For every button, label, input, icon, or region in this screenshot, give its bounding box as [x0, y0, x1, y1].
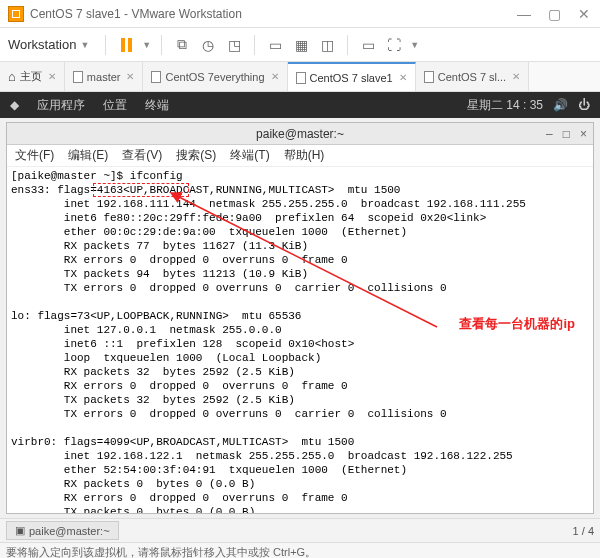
window-title: CentOS 7 slave1 - VMware Workstation [30, 7, 516, 21]
doc-icon [151, 71, 161, 83]
vmware-titlebar: CentOS 7 slave1 - VMware Workstation — ▢… [0, 0, 600, 28]
menu-search[interactable]: 搜索(S) [176, 147, 216, 164]
volume-icon[interactable]: 🔊 [553, 98, 568, 112]
menu-file[interactable]: 文件(F) [15, 147, 54, 164]
tab-centos-slave1[interactable]: CentOS 7 slave1 ✕ [288, 62, 416, 91]
chevron-down-icon[interactable]: ▼ [410, 40, 419, 50]
workstation-menu-label: Workstation [8, 37, 76, 52]
terminal-line: loop txqueuelen 1000 (Local Loopback) [11, 351, 589, 365]
terminal-line [11, 295, 589, 309]
window-controls: — ▢ ✕ [516, 6, 592, 22]
close-button[interactable]: × [580, 127, 587, 141]
places-menu[interactable]: 位置 [103, 97, 127, 114]
separator [254, 35, 255, 55]
terminal-line: RX packets 77 bytes 11627 (11.3 KiB) [11, 239, 589, 253]
separator [161, 35, 162, 55]
clock-label: 星期二 14 : 35 [467, 97, 543, 114]
terminal-body[interactable]: [paike@master ~]$ ifconfigens33: flags=4… [7, 167, 593, 513]
terminal-line: virbr0: flags=4099<UP,BROADCAST,MULTICAS… [11, 435, 589, 449]
guest-topbar: ◆ 应用程序 位置 终端 星期二 14 : 35 🔊 ⏻ [0, 92, 600, 118]
vm-tabbar: ⌂ 主页 ✕ master ✕ CentOS 7everything ✕ Cen… [0, 62, 600, 92]
workstation-menu[interactable]: Workstation ▼ [8, 37, 95, 52]
terminal-menubar: 文件(F) 编辑(E) 查看(V) 搜索(S) 终端(T) 帮助(H) [7, 145, 593, 167]
doc-icon [73, 71, 83, 83]
close-button[interactable]: ✕ [576, 6, 592, 22]
terminal-line: RX packets 32 bytes 2592 (2.5 KiB) [11, 365, 589, 379]
close-icon[interactable]: ✕ [48, 71, 56, 82]
close-icon[interactable]: ✕ [512, 71, 520, 82]
activities-icon[interactable]: ◆ [10, 98, 19, 112]
tab-master[interactable]: master ✕ [65, 62, 144, 91]
terminal-line: inet 192.168.122.1 netmask 255.255.255.0… [11, 449, 589, 463]
maximize-button[interactable]: ▢ [546, 6, 562, 22]
terminal-title: paike@master:~ [256, 127, 344, 141]
screenshot-button[interactable]: ◳ [224, 35, 244, 55]
vmware-icon [8, 6, 24, 22]
terminal-line: ether 52:54:00:3f:04:91 txqueuelen 1000 … [11, 463, 589, 477]
tab-label: master [87, 71, 121, 83]
terminal-line: RX errors 0 dropped 0 overruns 0 frame 0 [11, 379, 589, 393]
terminal-line: inet6 ::1 prefixlen 128 scopeid 0x10<hos… [11, 337, 589, 351]
chevron-down-icon: ▼ [80, 40, 89, 50]
tab-label: CentOS 7everything [165, 71, 264, 83]
terminal-line: TX errors 0 dropped 0 overruns 0 carrier… [11, 281, 589, 295]
doc-icon [296, 72, 306, 84]
terminal-line: [paike@master ~]$ ifconfig [11, 169, 589, 183]
vmware-toolbar: Workstation ▼ ▼ ⧉ ◷ ◳ ▭ ▦ ◫ ▭ ⛶ ▼ [0, 28, 600, 62]
terminal-line [11, 421, 589, 435]
tab-label: CentOS 7 slave1 [310, 72, 393, 84]
apps-menu[interactable]: 应用程序 [37, 97, 85, 114]
separator [347, 35, 348, 55]
terminal-line: ens33: flags=4163<UP,BROADCAST,RUNNING,M… [11, 183, 589, 197]
close-icon[interactable]: ✕ [271, 71, 279, 82]
tab-home[interactable]: ⌂ 主页 ✕ [0, 62, 65, 91]
unity-button[interactable]: ◫ [317, 35, 337, 55]
annotation-text: 查看每一台机器的ip [459, 317, 575, 331]
terminal-line: RX packets 0 bytes 0 (0.0 B) [11, 477, 589, 491]
close-icon[interactable]: ✕ [399, 72, 407, 83]
terminal-line: inet 192.168.111.144 netmask 255.255.255… [11, 197, 589, 211]
menu-help[interactable]: 帮助(H) [284, 147, 325, 164]
minimize-button[interactable]: – [546, 127, 553, 141]
terminal-menu[interactable]: 终端 [145, 97, 169, 114]
close-icon[interactable]: ✕ [126, 71, 134, 82]
view-button[interactable]: ▭ [265, 35, 285, 55]
chevron-down-icon[interactable]: ▼ [142, 40, 151, 50]
terminal-titlebar[interactable]: paike@master:~ – □ × [7, 123, 593, 145]
workspace-pager[interactable]: 1 / 4 [573, 525, 594, 537]
tab-label: CentOS 7 sl... [438, 71, 506, 83]
separator [105, 35, 106, 55]
taskbar-label: paike@master:~ [29, 525, 110, 537]
terminal-icon: ▣ [15, 524, 25, 537]
tab-centos-slave-more[interactable]: CentOS 7 sl... ✕ [416, 62, 529, 91]
terminal-line: RX errors 0 dropped 0 overruns 0 frame 0 [11, 253, 589, 267]
menu-terminal[interactable]: 终端(T) [230, 147, 269, 164]
terminal-line: inet6 fe80::20c:29ff:fede:9a00 prefixlen… [11, 211, 589, 225]
home-icon: ⌂ [8, 69, 16, 84]
tab-home-label: 主页 [20, 69, 42, 84]
thumbnail-button[interactable]: ▦ [291, 35, 311, 55]
doc-icon [424, 71, 434, 83]
pause-button[interactable] [116, 35, 136, 55]
terminal-line: RX errors 0 dropped 0 overruns 0 frame 0 [11, 491, 589, 505]
terminal-line: TX packets 94 bytes 11213 (10.9 KiB) [11, 267, 589, 281]
snapshot-button[interactable]: ◷ [198, 35, 218, 55]
terminal-line: ether 00:0c:29:de:9a:00 txqueuelen 1000 … [11, 225, 589, 239]
fullscreen-button[interactable]: ⛶ [384, 35, 404, 55]
terminal-line: TX packets 32 bytes 2592 (2.5 KiB) [11, 393, 589, 407]
input-redirect-hint: 要将输入定向到该虚拟机，请将鼠标指针移入其中或按 Ctrl+G。 [6, 546, 316, 558]
library-button[interactable]: ▭ [358, 35, 378, 55]
menu-edit[interactable]: 编辑(E) [68, 147, 108, 164]
maximize-button[interactable]: □ [563, 127, 570, 141]
guest-statusbar: ▣ paike@master:~ 1 / 4 [0, 518, 600, 542]
terminal-window: paike@master:~ – □ × 文件(F) 编辑(E) 查看(V) 搜… [6, 122, 594, 514]
send-keys-button[interactable]: ⧉ [172, 35, 192, 55]
power-icon[interactable]: ⏻ [578, 98, 590, 112]
tab-centos-everything[interactable]: CentOS 7everything ✕ [143, 62, 287, 91]
menu-view[interactable]: 查看(V) [122, 147, 162, 164]
terminal-line: TX errors 0 dropped 0 overruns 0 carrier… [11, 407, 589, 421]
minimize-button[interactable]: — [516, 6, 532, 22]
vmware-hint-bar: 要将输入定向到该虚拟机，请将鼠标指针移入其中或按 Ctrl+G。 [0, 542, 600, 558]
taskbar-entry-terminal[interactable]: ▣ paike@master:~ [6, 521, 119, 540]
terminal-line: TX packets 0 bytes 0 (0.0 B) [11, 505, 589, 513]
